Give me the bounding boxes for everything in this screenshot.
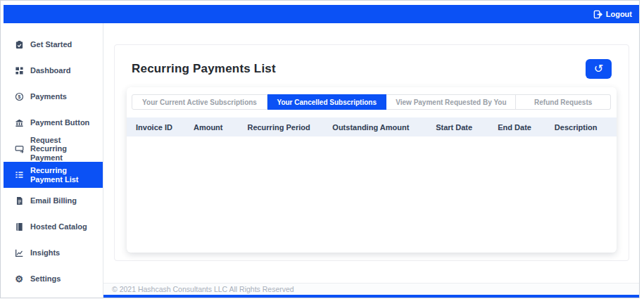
tab-current-active-subscriptions[interactable]: Your Current Active Subscriptions: [132, 94, 267, 110]
table-header-row: Invoice ID Amount Recurring Period Outst…: [127, 117, 617, 136]
sidebar-item-insights[interactable]: Insights: [4, 240, 103, 266]
column-header-amount: Amount: [194, 123, 247, 132]
sidebar-item-payments[interactable]: $ Payments: [4, 84, 103, 110]
sidebar-item-request-recurring-payment[interactable]: Request Recurring Payment: [4, 136, 103, 162]
sidebar-item-payment-button[interactable]: Payment Button: [4, 110, 103, 136]
sidebar-item-get-started[interactable]: Get Started: [4, 32, 103, 58]
list-icon: [14, 170, 24, 180]
sidebar-item-label: Payment Button: [30, 118, 89, 127]
logout-icon: [593, 10, 602, 19]
tab-view-payment-requested[interactable]: View Payment Requested By You: [386, 94, 516, 110]
subscription-tabs: Your Current Active Subscriptions Your C…: [132, 94, 611, 110]
column-header-description: Description: [555, 123, 617, 132]
recurring-payments-panel: Recurring Payments List ↺ Your Current A…: [114, 44, 629, 261]
history-icon: ↺: [594, 63, 603, 75]
sidebar-item-label: Dashboard: [30, 66, 70, 75]
chart-icon: [14, 248, 24, 258]
sidebar-item-settings[interactable]: ⚙ Settings: [4, 266, 103, 292]
tab-refund-requests[interactable]: Refund Requests: [516, 94, 611, 110]
footer: © 2021 Hashcash Consultants LLC All Righ…: [103, 283, 639, 295]
page-title: Recurring Payments List: [132, 62, 276, 76]
panel-header: Recurring Payments List ↺: [127, 59, 617, 79]
history-button[interactable]: ↺: [586, 59, 612, 79]
sidebar-item-label: Payments: [30, 92, 67, 101]
sidebar-item-label: Insights: [30, 248, 60, 257]
book-icon: [14, 222, 24, 232]
subscriptions-card: Your Current Active Subscriptions Your C…: [127, 87, 617, 253]
column-header-end-date: End Date: [498, 123, 555, 132]
copyright-text: © 2021 Hashcash Consultants LLC All Righ…: [112, 285, 294, 293]
dollar-circle-icon: $: [14, 92, 24, 102]
logout-button[interactable]: Logout: [593, 10, 632, 19]
bank-icon: [14, 118, 24, 128]
column-header-start-date: Start Date: [436, 123, 498, 132]
app-root: Logout Get Started: [4, 5, 639, 298]
topbar: Logout: [4, 5, 639, 23]
clipboard-check-icon: [14, 40, 24, 50]
column-header-invoice-id: Invoice ID: [136, 123, 194, 132]
sidebar-item-dashboard[interactable]: Dashboard: [4, 58, 103, 84]
document-icon: [14, 196, 24, 206]
svg-text:$: $: [18, 94, 20, 100]
sidebar-item-label: Get Started: [30, 40, 72, 49]
sidebar-item-label: Settings: [30, 274, 61, 284]
sidebar-item-hosted-catalog[interactable]: Hosted Catalog: [4, 214, 103, 240]
sidebar-item-recurring-payment-list[interactable]: Recurring Payment List: [4, 162, 103, 188]
body: Get Started Dashboard $: [4, 23, 639, 298]
dashboard-grid-icon: [14, 66, 24, 76]
sidebar-item-label: Recurring Payment List: [30, 166, 99, 184]
logout-label: Logout: [606, 10, 632, 18]
sidebar-item-label: Request Recurring Payment: [30, 136, 99, 163]
tab-cancelled-subscriptions[interactable]: Your Cancelled Subscriptions: [267, 94, 386, 110]
sidebar: Get Started Dashboard $: [4, 23, 103, 298]
main-content: Recurring Payments List ↺ Your Current A…: [103, 23, 639, 298]
column-header-outstanding-amount: Outstanding Amount: [332, 123, 436, 132]
window-frame: Logout Get Started: [0, 0, 640, 298]
sidebar-item-email-billing[interactable]: Email Billing: [4, 188, 103, 214]
column-header-recurring-period: Recurring Period: [247, 123, 332, 132]
sidebar-item-label: Email Billing: [30, 196, 77, 205]
gear-icon: ⚙: [14, 274, 24, 284]
card-plus-icon: [14, 144, 24, 154]
bottom-accent-strip: [103, 295, 639, 298]
table-body-empty: [127, 136, 617, 253]
main-spacer: [103, 261, 639, 283]
sidebar-item-label: Hosted Catalog: [30, 222, 87, 231]
